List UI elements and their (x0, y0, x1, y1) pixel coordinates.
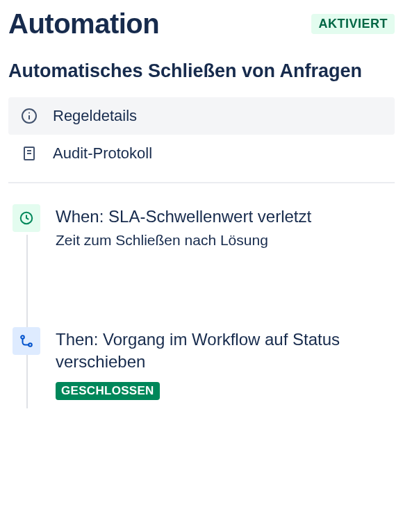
flow-node-when[interactable]: When: SLA-Schwellenwert verletzt Zeit zu… (13, 204, 395, 251)
flow-node-body: Then: Vorgang im Workflow auf Status ver… (56, 327, 395, 400)
flow-node-then[interactable]: Then: Vorgang im Workflow auf Status ver… (13, 327, 395, 400)
flow-node-title: When: SLA-Schwellenwert verletzt (56, 206, 311, 228)
status-lozenge: GESCHLOSSEN (56, 382, 160, 400)
info-icon (21, 108, 38, 124)
workflow-icon (13, 327, 40, 355)
rule-name: Automatisches Schließen von Anfragen (8, 59, 395, 83)
flow-timeline: When: SLA-Schwellenwert verletzt Zeit zu… (8, 204, 395, 400)
nav-item-label: Regeldetails (53, 107, 137, 125)
page-title: Automation (8, 8, 159, 40)
flow-node-title: Then: Vorgang im Workflow auf Status ver… (56, 329, 395, 374)
nav-item-rule-details[interactable]: Regeldetails (8, 97, 395, 135)
clock-icon (13, 204, 40, 232)
status-badge: AKTIVIERT (311, 14, 395, 34)
nav-item-label: Audit-Protokoll (53, 144, 152, 163)
divider (8, 182, 395, 183)
nav-item-audit-log[interactable]: Audit-Protokoll (8, 135, 395, 172)
flow-node-subtitle: Zeit zum Schließen nach Lösung (56, 231, 311, 250)
header-row: Automation AKTIVIERT (8, 8, 395, 40)
svg-point-2 (28, 113, 30, 114)
flow-node-body: When: SLA-Schwellenwert verletzt Zeit zu… (56, 204, 311, 251)
document-icon (21, 145, 38, 162)
